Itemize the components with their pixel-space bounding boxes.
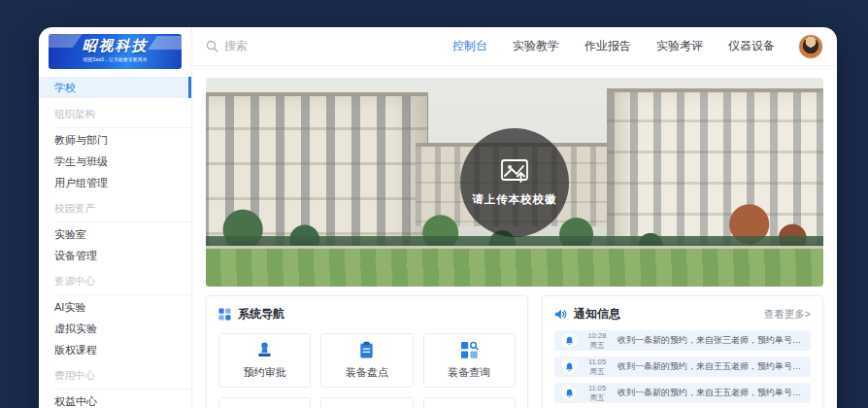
grid-icon <box>218 308 231 321</box>
sidebar: 昭视科技 昭视SaaS，让实验教学更简单 学校 组织架构 教师与部门 学生与班级… <box>39 27 192 408</box>
notification-row[interactable]: 10:28周五 收到一条新的预约，来自张三老师，预约单号为：Y-0044，请尽快… <box>554 330 811 351</box>
bell-icon <box>562 333 577 348</box>
tab-experiment-assessment[interactable]: 实验考评 <box>656 38 703 54</box>
campus-photo-banner: 请上传本校校徽 <box>206 78 823 287</box>
nav-card-label: 预约审批 <box>244 365 286 380</box>
sidebar-item-licensed-courses[interactable]: 版权课程 <box>39 341 191 359</box>
nav-card-equipment-query[interactable]: 装备查询 <box>423 333 516 388</box>
grid-search-icon <box>460 341 479 359</box>
search-placeholder: 搜索 <box>224 38 248 54</box>
search-input[interactable]: 搜索 <box>206 38 452 54</box>
nav-card-label: 装备盘点 <box>346 365 388 380</box>
sidebar-group-campus-assets: 校园资产 <box>54 199 191 222</box>
speaker-icon <box>554 308 567 321</box>
system-navigation-panel: 系统导航 预约审批 <box>206 295 528 408</box>
tab-console[interactable]: 控制台 <box>452 38 487 54</box>
tab-experiment-teaching[interactable]: 实验教学 <box>513 38 559 54</box>
tab-homework-reports[interactable]: 作业报告 <box>584 38 631 54</box>
bottom-panels: 系统导航 预约审批 <box>206 295 823 408</box>
topbar: 搜索 控制台 实验教学 作业报告 实验考评 仪器设备 <box>192 27 837 66</box>
upload-image-icon <box>500 157 529 184</box>
bell-icon <box>562 359 577 374</box>
sidebar-item-user-groups[interactable]: 用户组管理 <box>39 174 191 192</box>
notification-row[interactable]: 11:05周五 收到一条新的预约，来自王五老师，预约单号为：Y-0056，请尽快… <box>554 357 811 377</box>
nav-card-partial-2[interactable] <box>320 397 413 408</box>
notification-text: 收到一条新的预约，来自张三老师，预约单号为：Y-0044，请尽快处理。 <box>618 334 803 347</box>
notification-time: 11:05周五 <box>584 357 610 377</box>
notifications-panel: 通知信息 查看更多> 10:28周五 收到一条新的预约，来自张三老师，预约单号为… <box>542 295 823 408</box>
clipboard-icon <box>358 341 375 359</box>
content: 请上传本校校徽 系统 <box>192 66 837 408</box>
upload-school-badge-button[interactable]: 请上传本校校徽 <box>460 128 569 237</box>
notification-row[interactable]: 11:05周五 收到一条新的预约，来自王五老师，预约单号为：Y-0056，请尽快… <box>554 383 811 403</box>
view-more-link[interactable]: 查看更多> <box>764 308 811 322</box>
nav-card-partial-1[interactable] <box>218 397 311 408</box>
sidebar-item-laboratory[interactable]: 实验室 <box>39 225 191 244</box>
nav-card-label: 装备查询 <box>448 365 490 380</box>
sidebar-group-billing-center: 费用中心 <box>54 366 191 390</box>
sidebar-item-equipment-management[interactable]: 设备管理 <box>39 247 191 265</box>
sidebar-item-students-classes[interactable]: 学生与班级 <box>39 153 191 171</box>
nav-card-partial-3[interactable] <box>423 397 516 408</box>
sidebar-group-organization: 组织架构 <box>54 105 191 128</box>
sidebar-item-ai-experiment[interactable]: AI实验 <box>39 298 191 317</box>
user-avatar[interactable] <box>798 34 823 59</box>
notification-text: 收到一条新的预约，来自王五老师，预约单号为：Y-0056，请尽快处理。 <box>618 387 803 399</box>
system-navigation-title: 系统导航 <box>238 306 284 323</box>
main-area: 搜索 控制台 实验教学 作业报告 实验考评 仪器设备 <box>192 27 837 408</box>
notification-text: 收到一条新的预约，来自王五老师，预约单号为：Y-0056，请尽快处理。 <box>618 360 803 373</box>
tab-instruments-equipment[interactable]: 仪器设备 <box>728 38 775 54</box>
notification-list: 10:28周五 收到一条新的预约，来自张三老师，预约单号为：Y-0044，请尽快… <box>543 330 822 408</box>
campus-lawn <box>206 249 823 287</box>
approval-stamp-icon <box>255 341 274 359</box>
nav-card-reservation-approval[interactable]: 预约审批 <box>218 333 311 388</box>
notifications-title: 通知信息 <box>574 306 620 323</box>
sidebar-menu: 学校 组织架构 教师与部门 学生与班级 用户组管理 校园资产 实验室 设备管理 … <box>39 69 191 408</box>
brand-subtitle: 昭视SaaS，让实验教学更简单 <box>60 56 169 63</box>
sidebar-item-benefits-center[interactable]: 权益中心 <box>39 392 191 408</box>
nav-card-grid: 预约审批 装备盘点 <box>207 330 527 408</box>
nav-card-equipment-inventory[interactable]: 装备盘点 <box>320 333 413 388</box>
notification-time: 11:05周五 <box>584 384 610 403</box>
search-icon <box>206 40 218 52</box>
sidebar-group-resource-center: 资源中心 <box>54 272 191 295</box>
sidebar-item-virtual-experiment[interactable]: 虚拟实验 <box>39 320 191 338</box>
sidebar-item-teachers-departments[interactable]: 教师与部门 <box>39 131 191 150</box>
brand-logo: 昭视科技 昭视SaaS，让实验教学更简单 <box>49 34 182 69</box>
top-nav-tabs: 控制台 实验教学 作业报告 实验考评 仪器设备 <box>452 38 775 54</box>
bell-icon <box>562 386 577 400</box>
brand-title: 昭视科技 <box>49 37 182 55</box>
sidebar-item-school[interactable]: 学校 <box>39 77 191 98</box>
upload-school-badge-label: 请上传本校校徽 <box>472 192 557 207</box>
notification-time: 10:28周五 <box>584 331 610 351</box>
app-window: 昭视科技 昭视SaaS，让实验教学更简单 学校 组织架构 教师与部门 学生与班级… <box>39 27 837 408</box>
